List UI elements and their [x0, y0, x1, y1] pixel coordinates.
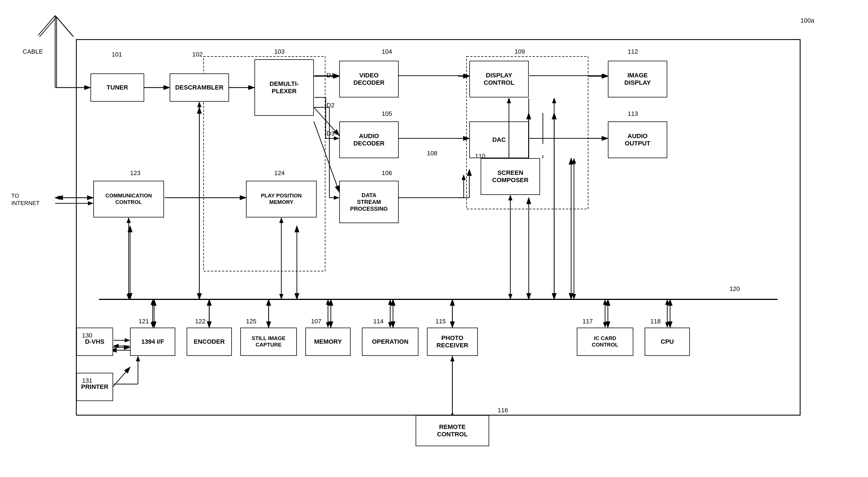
cpu-block: CPU [645, 328, 690, 356]
ref-110: 110 [475, 152, 486, 160]
data-stream-block: DATA STREAM PROCESSING [339, 181, 399, 223]
ref-112: 112 [628, 48, 638, 55]
svg-line-41 [110, 367, 130, 390]
ref-116: 116 [498, 407, 508, 414]
video-decoder-block: VIDEO DECODER [339, 61, 399, 97]
tuner-block: TUNER [91, 73, 144, 102]
if-1394-block: 1394 I/F [130, 328, 175, 356]
ref-118: 118 [650, 318, 661, 325]
svg-line-5 [57, 17, 73, 37]
still-image-block: STILL IMAGE CAPTURE [240, 328, 297, 356]
ref-108: 108 [427, 150, 437, 157]
cable-label: CABLE [23, 48, 43, 55]
ref-115: 115 [435, 318, 446, 325]
d1-label: D1 [327, 72, 335, 79]
demultiplexer-block: DEMULTI- PLEXER [254, 59, 314, 116]
play-position-block: PLAY POSITION MEMORY [246, 181, 317, 217]
audio-output-block: AUDIO OUTPUT [608, 122, 667, 158]
ref-130: 130 [82, 332, 92, 339]
ref-103: 103 [274, 48, 285, 55]
ref-109: 109 [515, 48, 525, 55]
ref-102: 102 [192, 51, 203, 58]
ref-101: 101 [112, 51, 122, 58]
ref-106: 106 [382, 169, 392, 177]
screen-composer-block: SCREEN COMPOSER [480, 158, 540, 195]
ref-131: 131 [82, 377, 92, 384]
memory-block: MEMORY [305, 328, 350, 356]
to-internet-label: TOINTERNET [11, 192, 39, 207]
ref-113: 113 [628, 110, 638, 117]
ref-125: 125 [246, 318, 256, 325]
d3-label: D3 [327, 130, 335, 137]
ref-122: 122 [195, 318, 206, 325]
comm-control-block: COMMUNICATION CONTROL [93, 181, 164, 217]
svg-line-4 [39, 17, 57, 37]
display-control-block: DISPLAY CONTROL [469, 61, 529, 97]
ref-121: 121 [138, 318, 149, 325]
ref-107: 107 [311, 318, 321, 325]
ic-card-block: IC CARD CONTROL [577, 328, 633, 356]
ref-117: 117 [583, 318, 593, 325]
d2-label: D2 [327, 102, 335, 109]
ref-100a: 100a [800, 17, 814, 24]
operation-block: OPERATION [362, 328, 418, 356]
ref-123: 123 [130, 169, 141, 177]
ref-124: 124 [274, 169, 285, 177]
audio-decoder-block: AUDIO DECODER [339, 122, 399, 158]
remote-control-block: REMOTE CONTROL [415, 415, 489, 446]
ref-104: 104 [382, 48, 392, 55]
ref-105: 105 [382, 110, 392, 117]
descrambler-block: DESCRAMBLER [169, 73, 229, 102]
ref-120: 120 [730, 285, 740, 293]
image-display-block: IMAGE DISPLAY [608, 61, 667, 97]
encoder-block: ENCODER [187, 328, 232, 356]
svg-line-53 [55, 15, 72, 35]
photo-receiver-block: PHOTO RECEIVER [427, 328, 478, 356]
svg-line-52 [38, 15, 55, 35]
ref-114: 114 [373, 318, 384, 325]
